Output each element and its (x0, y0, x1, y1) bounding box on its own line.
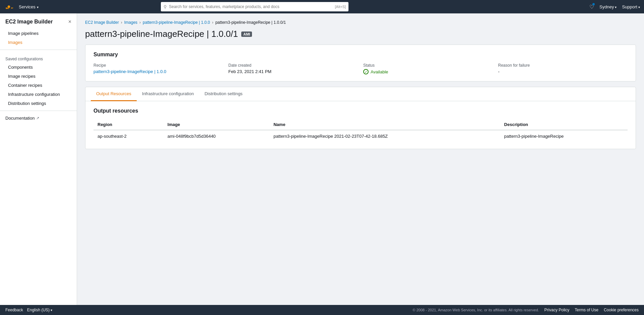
sidebar-section-saved-configs: Saved configurations (0, 53, 77, 63)
sidebar-title: EC2 Image Builder (5, 19, 53, 25)
external-link-icon: ↗ (36, 116, 39, 120)
tabs-content: Output resources Region Image Name Descr… (85, 101, 636, 149)
support-chevron-icon (638, 4, 640, 9)
sidebar-item-image-pipelines[interactable]: Image pipelines (0, 29, 77, 38)
table-row: ap-southeast-2 ami-048f9bcb7d5d36440 pat… (93, 130, 628, 142)
search-input[interactable] (169, 4, 333, 9)
summary-grid: Recipe pattern3-pipeline-ImageRecipe | 1… (93, 63, 628, 74)
summary-status-label: Status (363, 63, 493, 68)
sidebar-item-images[interactable]: Images (0, 38, 77, 47)
col-header-name: Name (269, 119, 500, 130)
nav-right: ♡ Sydney Support (589, 4, 640, 10)
tab-distribution-settings[interactable]: Distribution settings (199, 87, 248, 101)
col-header-description: Description (500, 119, 628, 130)
sidebar-divider (0, 50, 77, 50)
status-available-icon: ✓ (363, 69, 369, 74)
cell-region: ap-southeast-2 (93, 130, 164, 142)
tabs-header: Output Resources Infrastructure configur… (85, 87, 636, 101)
tabs-container: Output Resources Infrastructure configur… (85, 87, 636, 149)
svg-text:aws: aws (6, 7, 9, 9)
summary-recipe-label: Recipe (93, 63, 223, 68)
search-bar: ⚲ [Alt+S] (161, 2, 348, 11)
sidebar-header: EC2 Image Builder × (0, 19, 77, 29)
breadcrumb: EC2 Image Builder › Images › pattern3-pi… (85, 20, 636, 25)
sidebar-item-image-recipes[interactable]: Image recipes (0, 72, 77, 81)
breadcrumb-recipe-version[interactable]: pattern3-pipeline-ImageRecipe | 1.0.0 (143, 20, 210, 25)
sidebar-item-infrastructure-configuration[interactable]: Infrastructure configuration (0, 90, 77, 99)
summary-date-label: Date created (229, 63, 358, 68)
breadcrumb-images[interactable]: Images (124, 20, 137, 25)
recipe-link[interactable]: pattern3-pipeline-ImageRecipe | 1.0.0 (93, 69, 166, 74)
sidebar-close-icon[interactable]: × (68, 19, 71, 25)
region-chevron-icon (615, 4, 617, 9)
sidebar-item-components[interactable]: Components (0, 63, 77, 72)
breadcrumb-sep-3: › (212, 20, 213, 25)
sidebar: EC2 Image Builder × Image pipelines Imag… (0, 13, 77, 305)
col-header-region: Region (93, 119, 164, 130)
page-title-row: pattern3-pipeline-ImageRecipe | 1.0.0/1 … (85, 29, 636, 39)
summary-title: Summary (93, 52, 628, 58)
services-chevron-icon (37, 4, 39, 9)
page-layout: EC2 Image Builder × Image pipelines Imag… (0, 13, 644, 305)
cell-image: ami-048f9bcb7d5d36440 (164, 130, 269, 142)
top-navigation: aws Services ⚲ [Alt+S] ♡ Sydney Support (0, 0, 644, 13)
breadcrumb-sep-1: › (121, 20, 122, 25)
breadcrumb-sep-2: › (139, 20, 141, 25)
summary-failure-value: - (498, 69, 628, 74)
sidebar-item-container-recipes[interactable]: Container recipes (0, 81, 77, 90)
summary-failure-label: Reason for failure (498, 63, 628, 68)
summary-card: Summary Recipe pattern3-pipeline-ImageRe… (85, 45, 636, 81)
summary-date-field: Date created Feb 23, 2021 2:41 PM (229, 63, 358, 74)
page-title: pattern3-pipeline-ImageRecipe | 1.0.0/1 (85, 29, 238, 39)
output-resources-table: Region Image Name Description ap-southea… (93, 119, 628, 142)
breadcrumb-current: pattern3-pipeline-ImageRecipe | 1.0.0/1 (215, 20, 286, 25)
ami-badge: AMI (241, 32, 252, 37)
sidebar-item-distribution-settings[interactable]: Distribution settings (0, 99, 77, 108)
sidebar-divider-2 (0, 111, 77, 111)
notification-bell-icon[interactable]: ♡ (589, 4, 594, 10)
summary-recipe-value: pattern3-pipeline-ImageRecipe | 1.0.0 (93, 69, 223, 74)
region-selector[interactable]: Sydney (599, 4, 617, 9)
tab-infrastructure-configuration[interactable]: Infrastructure configuration (137, 87, 199, 101)
tab-output-resources[interactable]: Output Resources (91, 87, 137, 101)
search-icon: ⚲ (164, 4, 167, 9)
table-header-row: Region Image Name Description (93, 119, 628, 130)
notification-dot (592, 3, 595, 5)
col-header-image: Image (164, 119, 269, 130)
main-content: EC2 Image Builder › Images › pattern3-pi… (77, 13, 644, 305)
breadcrumb-ec2-image-builder[interactable]: EC2 Image Builder (85, 20, 119, 25)
output-resources-section-title: Output resources (93, 108, 628, 114)
cell-description: pattern3-pipeline-ImageRecipe (500, 130, 628, 142)
sidebar-item-documentation[interactable]: Documentation ↗ (0, 114, 77, 123)
cell-name: pattern3-pipeline-ImageRecipe 2021-02-23… (269, 130, 500, 142)
summary-failure-field: Reason for failure - (498, 63, 628, 74)
summary-recipe-field: Recipe pattern3-pipeline-ImageRecipe | 1… (93, 63, 223, 74)
aws-logo[interactable]: aws (4, 3, 15, 10)
summary-status-field: Status ✓ Available (363, 63, 493, 74)
summary-date-value: Feb 23, 2021 2:41 PM (229, 69, 358, 74)
support-menu[interactable]: Support (622, 4, 640, 9)
search-shortcut: [Alt+S] (335, 5, 346, 9)
summary-status-value: ✓ Available (363, 69, 493, 74)
services-button[interactable]: Services (19, 4, 39, 9)
